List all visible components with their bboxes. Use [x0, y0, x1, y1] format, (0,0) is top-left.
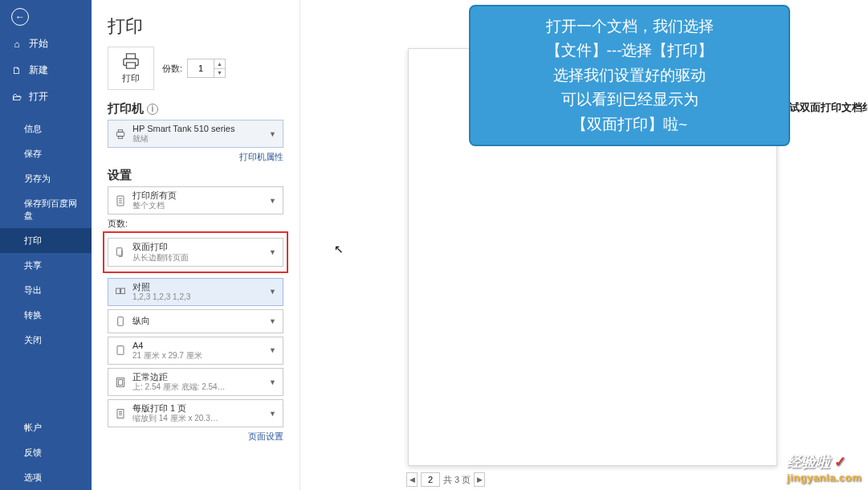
backstage-sidebar: ← ⌂ 开始 🗋 新建 🗁 打开 信息 保存 另存为 保存到百度网盘 打印 共享…	[0, 0, 92, 490]
margins-l2: 上: 2.54 厘米 底端: 2.54…	[132, 382, 267, 392]
chevron-down-icon: ▼	[267, 248, 278, 256]
check-icon: ✓	[834, 454, 846, 470]
print-settings-column: 打印 打印 份数: ▲ ▼	[92, 0, 300, 490]
orientation-l1: 纵向	[132, 316, 267, 326]
printer-section-title: 打印机i	[108, 101, 283, 116]
paper-icon	[113, 344, 128, 357]
callout-line5: 【双面打印】啦~	[482, 112, 777, 137]
callout-line4: 可以看到已经显示为	[482, 88, 777, 112]
copies-input[interactable]	[188, 59, 214, 77]
svg-rect-12	[116, 378, 124, 386]
paper-size-select[interactable]: A4 21 厘米 x 29.7 厘米 ▼	[108, 337, 283, 365]
sheet-icon	[113, 407, 128, 420]
print-range-select[interactable]: 打印所有页 整个文档 ▼	[108, 186, 283, 214]
callout-line1: 打开一个文档，我们选择	[482, 14, 777, 39]
nav-open-label: 打开	[29, 90, 48, 104]
nav-save[interactable]: 保存	[0, 141, 92, 166]
svg-rect-13	[118, 379, 122, 385]
print-button[interactable]: 打印	[108, 47, 154, 90]
nav-options[interactable]: 选项	[0, 465, 92, 490]
svg-rect-11	[117, 346, 124, 355]
print-button-label: 打印	[122, 72, 140, 84]
collate-l1: 对照	[132, 282, 267, 292]
svg-rect-9	[121, 288, 125, 294]
watermark: 经验啦 ✓ jingyanla.com	[787, 452, 862, 484]
chevron-down-icon: ▼	[267, 197, 278, 205]
copies-up[interactable]: ▲	[214, 59, 225, 69]
watermark-brand: 经验啦	[787, 454, 830, 470]
duplex-select[interactable]: 双面打印 从长边翻转页面 ▼	[108, 238, 283, 266]
preview-document-text: 测试双面打印文档纠	[779, 100, 869, 115]
chevron-down-icon: ▼	[267, 410, 278, 418]
printer-device-icon	[113, 128, 128, 141]
nav-share[interactable]: 共享	[0, 253, 92, 278]
settings-section-title: 设置	[108, 168, 283, 183]
sheets-l1: 每版打印 1 页	[132, 403, 267, 414]
nav-open[interactable]: 🗁 打开	[0, 84, 92, 110]
duplex-l2: 从长边翻转页面	[132, 253, 267, 263]
printer-select[interactable]: HP Smart Tank 510 series 就绪 ▼	[108, 120, 283, 148]
copies-label: 份数:	[162, 63, 182, 75]
printer-icon	[122, 52, 140, 70]
duplex-highlight-frame: 双面打印 从长边翻转页面 ▼	[103, 231, 288, 272]
nav-new[interactable]: 🗋 新建	[0, 57, 92, 84]
collate-select[interactable]: 对照 1,2,3 1,2,3 1,2,3 ▼	[108, 278, 283, 306]
chevron-down-icon: ▼	[267, 317, 278, 325]
total-pages-label: 共 3 页	[443, 474, 471, 486]
instruction-callout: 打开一个文档，我们选择 【文件】---选择【打印】 选择我们设置好的驱动 可以看…	[469, 5, 790, 146]
back-button[interactable]: ←	[0, 0, 92, 31]
paper-l1: A4	[132, 341, 267, 351]
document-icon	[113, 194, 128, 207]
nav-info[interactable]: 信息	[0, 116, 92, 141]
chevron-down-icon: ▼	[267, 130, 278, 138]
copies-spinner[interactable]: ▲ ▼	[187, 59, 226, 78]
mouse-cursor-icon: ↖	[334, 243, 344, 255]
orientation-icon	[113, 315, 128, 328]
chevron-down-icon: ▼	[267, 346, 278, 354]
back-arrow-icon: ←	[11, 8, 29, 26]
nav-savetodisk[interactable]: 保存到百度网盘	[0, 191, 92, 228]
print-range-l1: 打印所有页	[132, 190, 267, 201]
svg-rect-1	[118, 129, 122, 132]
sheets-l2: 缩放到 14 厘米 x 20.3…	[132, 414, 267, 423]
svg-rect-8	[116, 288, 120, 294]
nav-close[interactable]: 关闭	[0, 328, 92, 353]
page-title: 打印	[108, 14, 283, 39]
margins-select[interactable]: 正常边距 上: 2.54 厘米 底端: 2.54… ▼	[108, 368, 283, 396]
margins-icon	[113, 376, 128, 389]
callout-line3: 选择我们设置好的驱动	[482, 63, 777, 88]
nav-export[interactable]: 导出	[0, 278, 92, 303]
home-icon: ⌂	[11, 39, 22, 50]
nav-print[interactable]: 打印	[0, 228, 92, 253]
main-content: 打印 打印 份数: ▲ ▼	[92, 0, 868, 490]
margins-l1: 正常边距	[132, 372, 267, 382]
nav-home-label: 开始	[29, 37, 48, 51]
watermark-url: jingyanla.com	[787, 472, 862, 484]
next-page-button[interactable]: ▶	[474, 472, 485, 487]
pages-per-sheet-select[interactable]: 每版打印 1 页 缩放到 14 厘米 x 20.3… ▼	[108, 399, 283, 427]
printer-properties-link[interactable]: 打印机属性	[108, 151, 283, 163]
nav-home[interactable]: ⌂ 开始	[0, 31, 92, 57]
paper-l2: 21 厘米 x 29.7 厘米	[132, 351, 267, 361]
page-setup-link[interactable]: 页面设置	[108, 431, 283, 443]
svg-rect-7	[116, 248, 122, 255]
printer-name: HP Smart Tank 510 series	[132, 124, 267, 134]
svg-rect-0	[116, 132, 124, 136]
info-icon[interactable]: i	[147, 104, 158, 115]
nav-account[interactable]: 帐户	[0, 415, 92, 440]
print-range-l2: 整个文档	[132, 201, 267, 210]
copies-down[interactable]: ▼	[214, 69, 225, 78]
pages-label: 页数:	[108, 218, 283, 230]
current-page-input[interactable]	[421, 472, 440, 487]
duplex-l1: 双面打印	[132, 242, 267, 252]
chevron-down-icon: ▼	[267, 288, 278, 296]
page-navigator: ◀ 共 3 页 ▶	[406, 472, 485, 487]
svg-rect-14	[117, 409, 124, 418]
prev-page-button[interactable]: ◀	[406, 472, 418, 487]
nav-saveas[interactable]: 另存为	[0, 166, 92, 191]
nav-transform[interactable]: 转换	[0, 303, 92, 328]
nav-feedback[interactable]: 反馈	[0, 440, 92, 465]
orientation-select[interactable]: 纵向 ▼	[108, 309, 283, 333]
collate-l2: 1,2,3 1,2,3 1,2,3	[132, 292, 267, 302]
svg-rect-2	[118, 136, 122, 138]
